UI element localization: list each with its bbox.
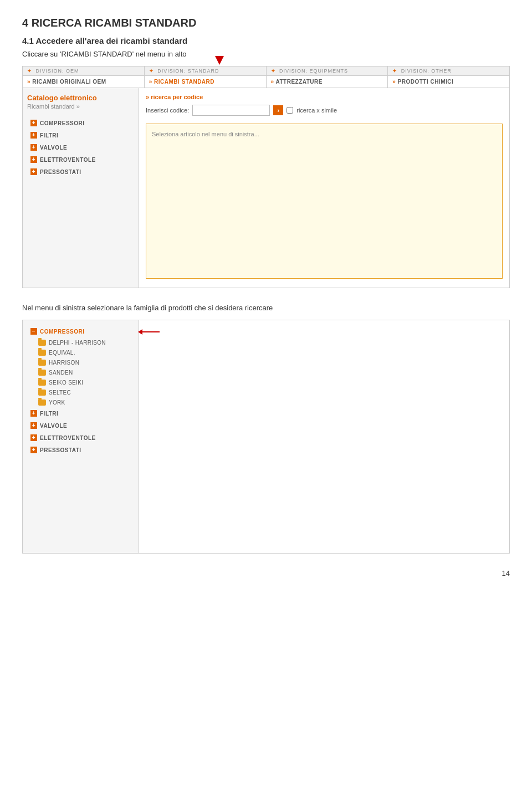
section-title: 4.1 Accedere all'area dei ricambi standa… (22, 36, 510, 45)
sidebar-item-valvole-2[interactable]: + VALVOLE (27, 420, 134, 431)
folder-icon (38, 400, 46, 406)
plus-icon: + (30, 168, 37, 175)
minus-icon: − (30, 328, 37, 335)
catalog-sidebar-2: − COMPRESSORI DELPHI - HARRISON EQUIVAL.… (23, 320, 139, 553)
folder-icon (38, 370, 46, 376)
sidebar-item-compressori[interactable]: + COMPRESSORI (27, 117, 134, 129)
plus-icon: + (30, 156, 37, 163)
sidebar-item-valvole[interactable]: + VALVOLE (27, 142, 134, 153)
subfolder-seltec[interactable]: SELTEC (27, 388, 134, 397)
catalog-subtitle: Ricambi standard » (27, 103, 134, 110)
catalog-title: Catalogo elettronico (27, 94, 134, 102)
search-row: Inserisci codice: › ricerca x simile (146, 105, 503, 116)
folder-icon (38, 380, 46, 386)
folder-icon (38, 350, 46, 356)
sidebar-item-elettroventole-2[interactable]: + ELETTROVENTOLE (27, 432, 134, 443)
subfolder-york[interactable]: YORK (27, 398, 134, 407)
search-go-button[interactable]: › (273, 105, 283, 115)
nav-division-standard: ✦ DIVISION: STANDARD RICAMBI STANDARD (145, 66, 267, 88)
section-desc: Nel menu di sinistra selezionare la fami… (22, 304, 510, 312)
sidebar-item-filtri-2[interactable]: + FILTRI (27, 408, 134, 419)
subfolder-equival[interactable]: EQUIVAL. (27, 348, 134, 357)
subfolder-harrison[interactable]: HARRISON (27, 358, 134, 367)
nav-item-standard[interactable]: RICAMBI STANDARD (145, 76, 266, 88)
catalog-screenshot-1: ✦ DIVISION: OEM RICAMBI ORIGINALI OEM ✦ … (22, 66, 510, 288)
nav-item-other[interactable]: PRODOTTI CHIMICI (388, 76, 509, 88)
left-arrow-annotation (139, 331, 160, 332)
plus-icon: + (30, 120, 37, 126)
nav-bar: ✦ DIVISION: OEM RICAMBI ORIGINALI OEM ✦ … (22, 66, 510, 88)
nav-item-oem[interactable]: RICAMBI ORIGINALI OEM (23, 76, 144, 88)
plus-icon: + (30, 144, 37, 151)
search-section-title: ricerca per codice (146, 94, 503, 100)
nav-division-equip: ✦ DIVISION: EQUIPMENTS ATTREZZATURE (267, 66, 388, 88)
plus-icon: + (30, 410, 37, 417)
page-title: 4 RICERCA RICAMBI STANDARD (22, 17, 510, 29)
catalog-area-1: Catalogo elettronico Ricambi standard » … (22, 88, 510, 288)
arrow-indicator-nav (215, 56, 224, 65)
sidebar-category-compressori-expanded[interactable]: − COMPRESSORI (27, 326, 134, 338)
sidebar-item-pressostati-2[interactable]: + PRESSOSTATI (27, 444, 134, 455)
plus-icon: + (30, 447, 37, 453)
select-message: Seleziona articolo nel menu di sinistra.… (146, 124, 503, 279)
subfolder-sanden[interactable]: SANDEN (27, 368, 134, 377)
folder-icon (38, 340, 46, 346)
search-label: Inserisci codice: (146, 107, 189, 114)
subfolder-delphi[interactable]: DELPHI - HARRISON (27, 338, 134, 347)
sidebar-item-elettroventole[interactable]: + ELETTROVENTOLE (27, 154, 134, 165)
nav-division-other: ✦ DIVISION: OTHER PRODOTTI CHIMICI (388, 66, 509, 88)
subfolder-seiko-seiki[interactable]: SEIKO SEIKI (27, 378, 134, 387)
nav-division-oem: ✦ DIVISION: OEM RICAMBI ORIGINALI OEM (23, 66, 145, 88)
plus-icon: + (30, 434, 37, 441)
search-simile-label: ricerca x simile (296, 107, 337, 114)
catalog-sidebar-1: Catalogo elettronico Ricambi standard » … (23, 88, 139, 288)
intro-text: Cliccare su 'RICAMBI STANDARD' nel menu … (22, 50, 510, 58)
folder-icon (38, 390, 46, 396)
page-number: 14 (22, 569, 510, 577)
sidebar-item-pressostati[interactable]: + PRESSOSTATI (27, 166, 134, 177)
folder-icon (38, 360, 46, 366)
nav-item-equip[interactable]: ATTREZZATURE (267, 76, 388, 88)
plus-icon: + (30, 422, 37, 429)
catalog-content-1: ricerca per codice Inserisci codice: › r… (139, 88, 509, 288)
search-simile-checkbox[interactable] (287, 107, 293, 114)
catalog-area-2: − COMPRESSORI DELPHI - HARRISON EQUIVAL.… (22, 320, 510, 554)
plus-icon: + (30, 132, 37, 139)
catalog-content-2 (139, 320, 509, 553)
search-input[interactable] (192, 105, 270, 116)
sidebar-item-filtri[interactable]: + FILTRI (27, 130, 134, 141)
